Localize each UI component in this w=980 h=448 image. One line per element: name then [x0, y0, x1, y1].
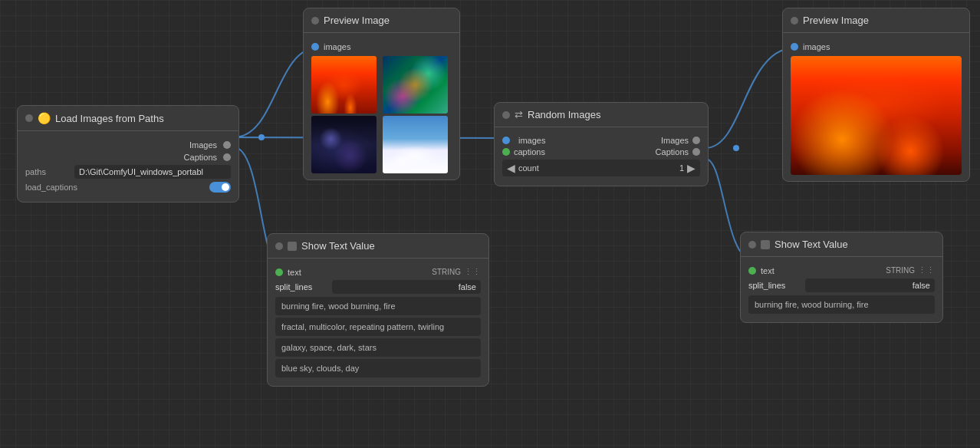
random-images-header: ⇄ Random Images: [495, 103, 708, 127]
sky-image: [383, 116, 448, 173]
images-in-port: images: [791, 42, 962, 51]
images-in-dot: [502, 137, 510, 144]
svg-point-0: [258, 134, 265, 140]
text-content-2: fractal, multicolor, repeating pattern, …: [281, 322, 444, 331]
preview-image-2-body: images: [783, 33, 969, 181]
load-captions-toggle[interactable]: [209, 182, 231, 193]
shuffle-icon: ⇄: [515, 109, 523, 120]
images-io-row: images Images: [502, 136, 700, 145]
node-title: Preview Image: [803, 15, 869, 26]
show-text-1-body: text STRING ⋮⋮ split_lines false burning…: [268, 259, 488, 386]
node-title: Load Images from Paths: [55, 113, 164, 124]
text-in-label: text: [761, 266, 774, 275]
string-badge: STRING: [886, 266, 915, 275]
count-label: count: [518, 163, 676, 173]
load-captions-label: load_captions: [25, 183, 77, 192]
text-output-3: galaxy, space, dark, stars: [275, 338, 481, 357]
split-lines-value[interactable]: false: [805, 278, 935, 292]
text-port-row: text STRING ⋮⋮: [748, 265, 935, 275]
text-in-label: text: [288, 268, 301, 277]
node-status-dot: [311, 17, 319, 25]
preview-image-1-body: images: [304, 33, 459, 180]
paths-value[interactable]: D:\Git\ComfyUI_windows_portabl: [74, 165, 231, 179]
text-in-dot: [275, 268, 283, 276]
text-content-1: burning fire, wood burning, fire: [281, 301, 396, 311]
images-out-dot: [223, 141, 231, 149]
node-title: Preview Image: [324, 15, 390, 26]
string-badge: STRING: [432, 268, 461, 276]
text-in-dot: [748, 267, 756, 275]
images-out-dot: [692, 137, 700, 144]
show-text-node-2: Show Text Value text STRING ⋮⋮ split_lin…: [740, 232, 943, 323]
images-out-label: Images: [661, 136, 689, 145]
load-captions-field: load_captions true: [25, 182, 231, 193]
split-lines-field: split_lines false: [748, 278, 935, 292]
captions-out-dot: [223, 153, 231, 161]
node-title: Show Text Value: [301, 240, 375, 252]
text-content-4: blue sky, clouds, day: [281, 364, 359, 373]
images-out-port: Images: [661, 136, 700, 145]
svg-point-1: [733, 145, 739, 151]
split-lines-label: split_lines: [748, 278, 802, 292]
paths-label: paths: [25, 167, 71, 176]
split-lines-label: split_lines: [275, 280, 329, 294]
images-in-label: images: [803, 42, 830, 51]
toggle-knob: [222, 183, 229, 191]
node-status-dot: [275, 242, 283, 250]
captions-in-label: captions: [514, 147, 545, 156]
count-row: ◀ count 1 ▶: [502, 160, 700, 176]
images-in-dot: [791, 43, 798, 51]
node-status-dot: [502, 111, 510, 119]
node-title: Random Images: [528, 109, 600, 120]
random-images-body: images Images captions Captions ◀ count …: [495, 127, 708, 186]
image-cell-galaxy: [311, 116, 377, 173]
images-out-label: Images: [189, 140, 217, 150]
preview-image-2-header: Preview Image: [783, 8, 969, 33]
show-text-2-body: text STRING ⋮⋮ split_lines false burning…: [741, 257, 942, 322]
load-images-header: 🟡 Load Images from Paths: [18, 106, 238, 131]
text-content-single: burning fire, wood burning, fire: [755, 300, 869, 309]
images-in-port: images: [502, 136, 545, 145]
images-out-port: Images: [25, 140, 231, 150]
random-images-node: ⇄ Random Images images Images captions C…: [494, 102, 709, 186]
captions-out-port: Captions: [25, 153, 231, 162]
text-output-4: blue sky, clouds, day: [275, 359, 481, 377]
load-images-body: Images Captions paths D:\Git\ComfyUI_win…: [18, 131, 238, 202]
split-lines-value[interactable]: false: [332, 280, 481, 294]
text-output-2: fractal, multicolor, repeating pattern, …: [275, 318, 481, 336]
show-text-node-1: Show Text Value text STRING ⋮⋮ split_lin…: [267, 233, 489, 387]
images-in-dot: [311, 43, 319, 51]
count-decrease-button[interactable]: ◀: [507, 162, 515, 174]
large-image-container: [791, 56, 962, 175]
image-cell-sky: [383, 116, 448, 173]
text-output-single: burning fire, wood burning, fire: [748, 295, 935, 314]
count-value: 1: [679, 163, 684, 173]
captions-out-port: Captions: [656, 147, 700, 156]
text-content-3: galaxy, space, dark, stars: [281, 343, 377, 352]
node-status-dot: [25, 114, 33, 122]
text-icon: [288, 242, 297, 251]
preview-image-1-header: Preview Image: [304, 8, 459, 33]
captions-in-dot: [502, 148, 510, 156]
images-in-label: images: [518, 136, 545, 145]
fire-image: [311, 56, 377, 114]
images-in-label: images: [324, 42, 350, 51]
text-port-row: text STRING ⋮⋮: [275, 267, 481, 277]
preview-image-node-2: Preview Image images: [782, 8, 970, 182]
fire-large-image: [791, 56, 962, 175]
folder-icon: 🟡: [38, 112, 51, 124]
image-cell-fractal: [383, 56, 448, 114]
node-status-dot: [791, 17, 798, 25]
paths-field: paths D:\Git\ComfyUI_windows_portabl: [25, 165, 231, 179]
images-in-port: images: [311, 42, 452, 51]
text-icon: [761, 240, 770, 249]
grid-icon: ⋮⋮: [464, 267, 481, 277]
split-lines-field: split_lines false: [275, 280, 481, 294]
grid-icon: ⋮⋮: [918, 265, 935, 275]
count-increase-button[interactable]: ▶: [687, 162, 696, 174]
image-cell-fire: [311, 56, 377, 114]
preview-image-node-1: Preview Image images: [303, 8, 460, 180]
fractal-image: [383, 56, 448, 114]
node-title: Show Text Value: [774, 239, 848, 250]
captions-out-label: Captions: [656, 147, 689, 156]
